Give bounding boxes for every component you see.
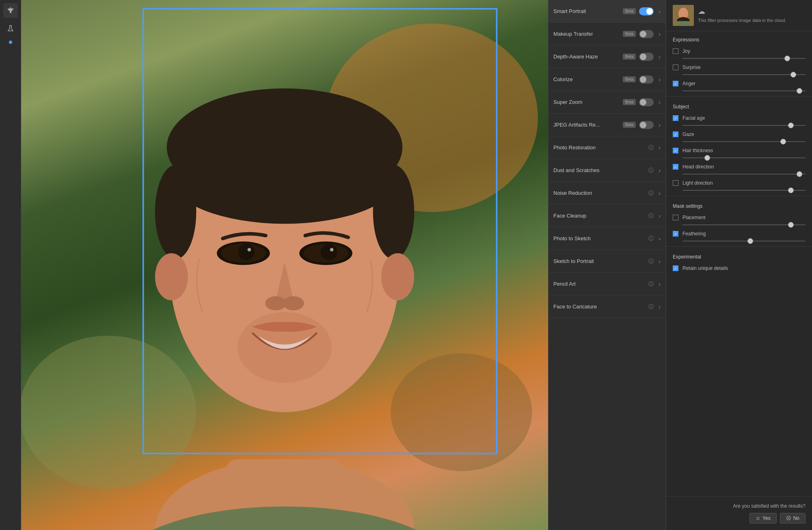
yes-icon: ☺ [756,515,760,521]
chevron-jpeg-artifacts: › [659,122,661,128]
filter-item-smart-portrait[interactable]: Smart Portrait Beta › [549,0,665,23]
canvas-area [21,0,548,530]
toggle-makeup-transfer[interactable] [639,30,654,38]
surprise-slider-knob[interactable] [790,72,796,78]
feathering-slider-track[interactable] [682,241,806,241]
hair-thickness-row: Hair thickness [666,145,812,156]
joy-slider-row [666,56,812,62]
no-icon: ☹ [786,515,791,521]
anger-slider-knob[interactable] [797,88,802,94]
feathering-checkbox[interactable] [673,231,678,237]
feathering-slider-knob[interactable] [747,238,753,244]
head-direction-slider-track[interactable] [682,174,806,175]
surprise-slider-track[interactable] [682,74,806,75]
hair-thickness-slider-knob[interactable] [704,155,710,161]
svg-point-10 [155,165,197,259]
joy-slider-track[interactable] [682,58,806,59]
filter-item-photo-to-sketch[interactable]: Photo to Sketch ⓘ › [549,227,665,250]
filter-name-jpeg-artifacts: JPEG Artifacts Re... [553,122,623,128]
feedback-question: Are you satisfied with the results? [673,503,806,509]
hair-thickness-checkbox[interactable] [673,148,678,153]
cloud-description: This filter processes image data in the … [698,17,786,24]
svg-point-24 [238,312,332,383]
filter-item-dust-scratches[interactable]: Dust and Scratches ⓘ › [549,159,665,182]
svg-point-9 [170,129,400,224]
filter-item-super-zoom[interactable]: Super Zoom Beta › [549,91,665,114]
filter-item-makeup-transfer[interactable]: Makeup Transfer Beta › [549,23,665,45]
cloud-info-area: ☁ This filter processes image data in th… [698,7,806,24]
chevron-colorize: › [659,76,661,83]
yes-label: Yes [762,515,771,521]
surprise-row: Surprise [666,62,812,73]
no-button[interactable]: ☹ No [780,513,806,524]
placement-slider-track[interactable] [682,224,806,225]
properties-header: ☁ This filter processes image data in th… [666,0,812,31]
filter-name-photo-restoration: Photo Restoration [553,144,648,151]
chevron-dust-scratches: › [659,167,661,174]
filter-item-photo-restoration[interactable]: Photo Restoration ⓘ › [549,136,665,159]
filter-panel: Smart Portrait Beta › Makeup Transfer Be… [548,0,666,530]
filter-item-face-to-caricature[interactable]: Face to Caricature ⓘ › [549,295,665,318]
info-icon-noise-reduction[interactable]: ⓘ [648,190,654,197]
info-icon-photo-restoration[interactable]: ⓘ [648,144,654,151]
flask-icon[interactable] [3,21,18,36]
chevron-makeup-transfer: › [659,31,661,37]
light-direction-checkbox[interactable] [673,180,678,186]
filter-item-noise-reduction[interactable]: Noise Reduction ⓘ › [549,182,665,205]
toggle-depth-aware-haze[interactable] [639,53,654,61]
info-icon-dust-scratches[interactable]: ⓘ [648,167,654,174]
filter-item-colorize[interactable]: Colorize Beta › [549,68,665,91]
anger-slider-track[interactable] [682,90,806,91]
surprise-checkbox[interactable] [673,65,678,70]
toggle-super-zoom[interactable] [639,98,654,106]
filter-item-depth-aware-haze[interactable]: Depth-Aware Haze Beta › [549,45,665,68]
filter-badge-makeup-transfer: Beta [623,31,636,37]
filter-item-face-cleanup[interactable]: Face Cleanup ⓘ › [549,205,665,227]
facial-age-slider-knob[interactable] [788,123,794,128]
head-direction-checkbox[interactable] [673,164,678,170]
toggle-smart-portrait[interactable] [639,7,654,15]
filter-badge-depth-aware-haze: Beta [623,54,636,60]
toggle-jpeg-artifacts[interactable] [639,121,654,129]
gaze-checkbox[interactable] [673,131,678,137]
svg-point-13 [381,253,414,300]
feedback-buttons: ☺ Yes ☹ No [673,513,806,524]
info-icon-pencil-art[interactable]: ⓘ [648,280,654,288]
yes-button[interactable]: ☺ Yes [749,513,777,524]
info-icon-photo-to-sketch[interactable]: ⓘ [648,235,654,242]
toggle-colorize[interactable] [639,75,654,84]
anger-checkbox[interactable] [673,81,678,86]
head-direction-slider-knob[interactable] [797,171,802,177]
hair-thickness-slider-track[interactable] [682,157,806,158]
retain-unique-details-label: Retain unique details [682,265,728,271]
chevron-face-to-caricature: › [659,304,661,310]
filter-name-face-cleanup: Face Cleanup [553,213,648,219]
cloud-icon: ☁ [698,7,705,16]
joy-slider-knob[interactable] [784,56,790,61]
filter-item-sketch-to-portrait[interactable]: Sketch to Portrait ⓘ › [549,250,665,273]
retain-unique-details-checkbox[interactable] [673,265,678,271]
filter-badge-smart-portrait: Beta [623,8,636,14]
light-direction-slider-knob[interactable] [788,187,794,193]
filter-name-noise-reduction: Noise Reduction [553,190,648,196]
gaze-slider-track[interactable] [682,141,806,142]
joy-checkbox[interactable] [673,48,678,54]
facial-age-slider-track[interactable] [682,125,806,126]
info-icon-sketch-to-portrait[interactable]: ⓘ [648,258,654,265]
filter-name-sketch-to-portrait: Sketch to Portrait [553,258,648,264]
filter-item-jpeg-artifacts[interactable]: JPEG Artifacts Re... Beta › [549,114,665,136]
filter-name-super-zoom: Super Zoom [553,99,623,105]
light-direction-slider-track[interactable] [682,190,806,191]
gaze-slider-knob[interactable] [780,139,786,144]
chevron-pencil-art: › [659,281,661,287]
facial-age-checkbox[interactable] [673,115,678,121]
filter-settings-icon[interactable] [3,3,18,18]
info-icon-face-to-caricature[interactable]: ⓘ [648,303,654,310]
filter-item-pencil-art[interactable]: Pencil Art ⓘ › [549,273,665,295]
filter-name-depth-aware-haze: Depth-Aware Haze [553,54,623,60]
placement-checkbox[interactable] [673,215,678,220]
info-icon-face-cleanup[interactable]: ⓘ [648,212,654,220]
surprise-label: Surprise [682,65,723,70]
placement-slider-knob[interactable] [788,222,794,228]
toolbar [0,0,21,530]
